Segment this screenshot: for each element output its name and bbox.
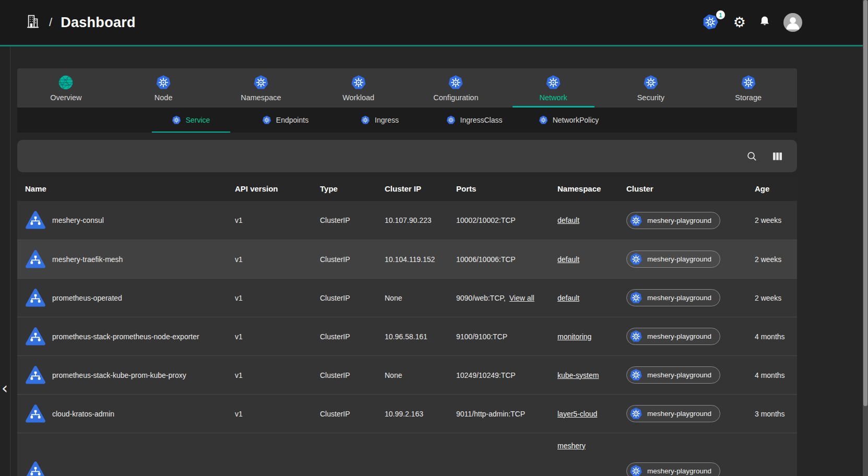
- view-columns-icon[interactable]: [771, 150, 783, 162]
- table-header-row: Name API version Type Cluster IP Ports N…: [17, 176, 797, 201]
- service-icon: [25, 249, 46, 270]
- ports: 9100/9100:TCP: [456, 332, 557, 341]
- collapse-panel-chevron-icon[interactable]: ‹: [2, 379, 8, 397]
- cluster-chip[interactable]: meshery-playground: [626, 366, 720, 384]
- service-icon: [25, 288, 46, 308]
- col-name[interactable]: Name: [25, 184, 235, 193]
- namespace-link[interactable]: meshery: [557, 442, 586, 450]
- age: 3 months: [755, 410, 797, 418]
- context-count-badge: 1: [716, 10, 725, 19]
- tab-storage[interactable]: Storage: [699, 68, 797, 108]
- cluster-ip: 10.104.119.152: [385, 255, 456, 264]
- namespace-link[interactable]: default: [557, 255, 579, 264]
- cluster-chip[interactable]: meshery-playground: [626, 251, 720, 268]
- meshery-dashboard: / Dashboard 1 ⚙: [0, 0, 868, 476]
- namespace-link[interactable]: layer5-cloud: [557, 410, 597, 418]
- col-ports[interactable]: Ports: [456, 184, 557, 193]
- main-content: Overview Node Namespace: [17, 68, 797, 476]
- subtab-service[interactable]: Service: [144, 108, 238, 133]
- kubernetes-icon: [156, 75, 171, 90]
- kubernetes-icon: [643, 75, 659, 90]
- table-row[interactable]: prometheus-stack-kube-prom-kube-proxy v1…: [17, 355, 797, 394]
- services-table: Name API version Type Cluster IP Ports N…: [17, 176, 797, 476]
- api-version: v1: [235, 332, 320, 341]
- col-cluster-ip[interactable]: Cluster IP: [385, 184, 456, 193]
- service-name: prometheus-operated: [52, 294, 122, 302]
- col-cluster[interactable]: Cluster: [626, 184, 755, 193]
- tab-network[interactable]: Network: [505, 68, 602, 108]
- cluster-chip[interactable]: meshery-playground: [626, 462, 720, 476]
- bell-icon[interactable]: [758, 15, 771, 30]
- namespace-link[interactable]: monitoring: [557, 332, 591, 341]
- kubernetes-context-icon[interactable]: 1: [702, 14, 721, 31]
- kubernetes-icon: [172, 115, 181, 125]
- ports: 10249/10249:TCP: [456, 371, 557, 379]
- app-header: / Dashboard 1 ⚙: [0, 0, 868, 45]
- service-icon: [25, 365, 46, 386]
- ports: 10006/10006:TCP: [456, 255, 557, 264]
- view-all-ports-link[interactable]: View all: [509, 294, 534, 302]
- kubernetes-icon: [629, 368, 643, 382]
- cluster-ip: 10.99.2.163: [385, 410, 456, 418]
- gear-icon[interactable]: ⚙: [733, 16, 746, 30]
- col-type[interactable]: Type: [320, 184, 385, 193]
- service-name: prometheus-stack-prometheus-node-exporte…: [52, 332, 199, 341]
- vertical-scrollbar[interactable]: [863, 0, 868, 476]
- col-age[interactable]: Age: [755, 184, 797, 193]
- kubernetes-icon: [629, 291, 643, 304]
- col-api-version[interactable]: API version: [235, 184, 320, 193]
- kubernetes-icon: [351, 75, 366, 90]
- cluster-chip[interactable]: meshery-playground: [626, 405, 720, 422]
- scrollbar-thumb[interactable]: [863, 0, 867, 406]
- table-row-partial[interactable]: meshery meshery-playground: [17, 433, 797, 476]
- subtab-ingressclass[interactable]: IngressClass: [427, 108, 521, 133]
- table-row[interactable]: prometheus-stack-prometheus-node-exporte…: [17, 317, 797, 355]
- avatar[interactable]: [783, 13, 802, 32]
- subtab-networkpolicy[interactable]: NetworkPolicy: [521, 108, 616, 133]
- tab-workload[interactable]: Workload: [310, 68, 407, 108]
- service-name: cloud-kratos-admin: [52, 410, 114, 418]
- organization-building-icon[interactable]: [24, 13, 41, 32]
- kubernetes-icon: [741, 75, 756, 90]
- tab-security[interactable]: Security: [602, 68, 700, 108]
- table-row[interactable]: meshery-traefik-mesh v1 ClusterIP 10.104…: [17, 240, 797, 278]
- cluster-ip: 10.96.58.161: [385, 332, 456, 341]
- table-row[interactable]: cloud-kratos-admin v1 ClusterIP 10.99.2.…: [17, 394, 797, 433]
- namespace-link[interactable]: default: [557, 216, 579, 224]
- subtab-endpoints[interactable]: Endpoints: [238, 108, 332, 133]
- tab-overview[interactable]: Overview: [17, 68, 115, 108]
- breadcrumb-separator: /: [49, 16, 52, 29]
- cluster-chip[interactable]: meshery-playground: [626, 289, 720, 306]
- age: 4 months: [755, 332, 797, 341]
- cluster-ip: None: [385, 371, 456, 379]
- age: 2 weeks: [755, 294, 797, 302]
- table-row[interactable]: meshery-consul v1 ClusterIP 10.107.90.22…: [17, 201, 797, 240]
- meshery-mesh-icon: [58, 75, 74, 90]
- tab-configuration[interactable]: Configuration: [407, 68, 505, 108]
- kubernetes-icon: [539, 115, 548, 125]
- page-title: Dashboard: [61, 15, 136, 31]
- service-type: ClusterIP: [320, 410, 385, 418]
- kubernetes-icon: [629, 407, 643, 420]
- cluster-chip[interactable]: meshery-playground: [626, 328, 720, 345]
- service-type: ClusterIP: [320, 255, 385, 264]
- api-version: v1: [235, 255, 320, 264]
- kubernetes-icon: [629, 253, 643, 266]
- age: 4 months: [755, 371, 797, 379]
- kubernetes-icon: [448, 75, 463, 90]
- cluster-chip[interactable]: meshery-playground: [626, 212, 720, 229]
- namespace-link[interactable]: default: [557, 294, 579, 302]
- api-version: v1: [235, 216, 320, 224]
- table-row[interactable]: prometheus-operated v1 ClusterIP None 90…: [17, 278, 797, 317]
- header-accent-line: [0, 45, 868, 46]
- kubernetes-icon: [629, 330, 643, 343]
- api-version: v1: [235, 294, 320, 302]
- namespace-link[interactable]: kube-system: [557, 371, 599, 379]
- subtab-ingress[interactable]: Ingress: [332, 108, 427, 133]
- tab-namespace[interactable]: Namespace: [212, 68, 310, 108]
- service-type: ClusterIP: [320, 332, 385, 341]
- search-icon[interactable]: [746, 150, 758, 162]
- kubernetes-icon: [262, 115, 271, 125]
- col-namespace[interactable]: Namespace: [557, 184, 626, 193]
- tab-node[interactable]: Node: [115, 68, 212, 108]
